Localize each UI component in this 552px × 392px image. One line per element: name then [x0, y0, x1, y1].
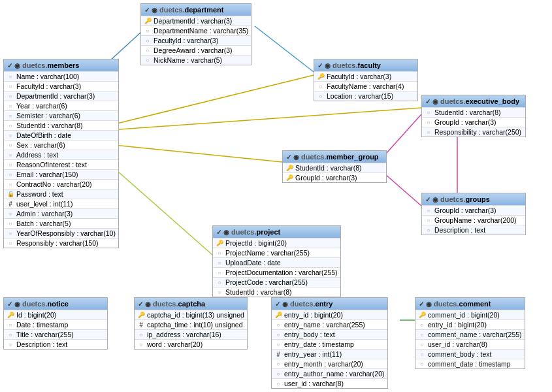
field-text: entry_id : bigint(20) — [428, 321, 487, 329]
field-text: FacultyId : varchar(3) — [327, 73, 391, 80]
field-text: Address : text — [16, 151, 58, 159]
table-row: 🔑Id : bigint(20) — [4, 310, 107, 319]
circle-icon: ○ — [7, 321, 14, 329]
check-icon: ✓ — [425, 98, 430, 105]
field-text: DepartmentName : varchar(35) — [154, 27, 248, 35]
table-title-department: duetcs.department — [159, 6, 223, 14]
circle-icon: ○ — [418, 340, 426, 348]
table-row: 🔑DepartmentId : varchar(3) — [141, 16, 251, 25]
table-header-notice: ✓◉duetcs.notice — [4, 298, 107, 310]
circle-icon: ◉ — [14, 301, 20, 308]
circle-icon: ○ — [7, 82, 14, 90]
table-header-entry: ✓◉duetcs.entry — [272, 298, 387, 310]
field-text: entry_body : text — [284, 331, 335, 338]
circle-icon: ○ — [274, 321, 282, 329]
table-row: ○user_id : varchar(8) — [272, 378, 387, 388]
field-text: ip_address : varchar(16) — [147, 331, 221, 338]
circle-icon: ○ — [7, 122, 14, 129]
circle-icon: ◉ — [325, 62, 331, 69]
table-row: ○DepartmentId : varchar(3) — [4, 91, 118, 101]
field-text: entry_date : timestamp — [284, 340, 354, 348]
circle-icon: ○ — [425, 226, 432, 234]
field-text: ContractNo : varchar(20) — [16, 180, 92, 188]
table-row: ○FacultyId : varchar(3) — [4, 81, 118, 91]
table-row: ○Name : varchar(100) — [4, 71, 118, 81]
table-row: ○GroupName : varchar(200) — [422, 215, 525, 225]
circle-icon: ◉ — [152, 7, 157, 14]
circle-icon: ◉ — [432, 98, 438, 105]
table-row: 🔑StudentId : varchar(8) — [283, 163, 386, 172]
circle-icon: ○ — [7, 161, 14, 169]
table-row: ○Responsibility : varchar(250) — [422, 127, 525, 137]
check-icon: ✓ — [7, 301, 12, 308]
table-title-member_group: duetcs.member_group — [301, 153, 379, 161]
table-row: ○Admin : varchar(3) — [4, 208, 118, 218]
key-icon: 🔑 — [137, 311, 145, 319]
check-icon: ✓ — [425, 196, 430, 203]
field-text: Title : varchar(255) — [16, 331, 74, 338]
table-row: ○Date : timestamp — [4, 319, 107, 329]
circle-icon: ○ — [7, 102, 14, 110]
field-text: Date : timestamp — [16, 321, 68, 329]
check-icon: ✓ — [7, 62, 12, 69]
circle-icon: ○ — [274, 331, 282, 338]
table-row: #captcha_time : int(10) unsigned — [135, 319, 247, 329]
field-text: Password : text — [16, 190, 63, 198]
table-header-groups: ✓◉duetcs.groups — [422, 193, 525, 205]
field-text: entry_author_name : varchar(20) — [284, 370, 385, 378]
circle-icon: ○ — [7, 73, 14, 80]
table-groups: ✓◉duetcs.groups○GroupId : varchar(3)○Gro… — [421, 193, 526, 235]
circle-icon: ○ — [418, 350, 426, 358]
circle-icon: ○ — [7, 171, 14, 178]
field-text: StudentId : varchar(8) — [434, 108, 501, 116]
field-text: Year : varchar(6) — [16, 102, 67, 110]
table-row: ○entry_author_name : varchar(20) — [272, 368, 387, 378]
circle-icon: ○ — [7, 340, 14, 348]
table-row: ○Description : text — [4, 339, 107, 349]
circle-icon: ○ — [137, 331, 145, 338]
table-row: ○ProjectName : varchar(255) — [213, 248, 340, 257]
field-text: FacultyName : varchar(4) — [327, 82, 404, 90]
table-title-members: duetcs.members — [22, 61, 79, 69]
svg-line-3 — [101, 144, 282, 162]
hash-icon: # — [274, 350, 282, 358]
field-text: FacultyId : varchar(3) — [16, 82, 81, 90]
circle-icon: ○ — [274, 370, 282, 378]
field-text: GroupId : varchar(3) — [434, 118, 496, 126]
field-text: UploadDate : date — [225, 259, 281, 267]
table-row: ○DegreeAward : varchar(3) — [141, 45, 251, 55]
table-entry: ✓◉duetcs.entry🔑entry_id : bigint(20)○ent… — [271, 297, 388, 389]
table-title-notice: duetcs.notice — [22, 300, 69, 308]
key-icon: 🔑 — [317, 73, 325, 80]
table-row: ○StudentId : varchar(8) — [422, 107, 525, 117]
table-row: ○ProjectCode : varchar(255) — [213, 277, 340, 287]
table-row: ○UploadDate : date — [213, 257, 340, 267]
table-header-project: ✓◉duetcs.project — [213, 226, 340, 238]
field-text: comment_body : text — [428, 350, 491, 358]
svg-line-0 — [255, 26, 314, 72]
table-row: ○GroupId : varchar(3) — [422, 205, 525, 215]
field-text: user_level : int(11) — [16, 200, 73, 208]
field-text: ProjectCode : varchar(255) — [225, 278, 308, 286]
field-text: ProjectName : varchar(255) — [225, 249, 310, 257]
circle-icon: ○ — [216, 249, 223, 257]
table-row: ○Batch : varchar(5) — [4, 218, 118, 228]
table-row: ○FacultyId : varchar(3) — [141, 35, 251, 45]
table-row: ○DepartmentName : varchar(35) — [141, 25, 251, 35]
field-text: user_id : varchar(8) — [428, 340, 487, 348]
key-icon: 🔑 — [285, 164, 293, 172]
table-row: 🔑captcha_id : bigint(13) unsigned — [135, 310, 247, 319]
field-text: captcha_id : bigint(13) unsigned — [147, 311, 244, 319]
key-icon: 🔑 — [216, 239, 223, 247]
field-text: GroupId : varchar(3) — [434, 206, 496, 214]
field-text: Responsibility : varchar(250) — [434, 128, 521, 136]
hash-icon: # — [7, 200, 14, 208]
check-icon: ✓ — [317, 62, 323, 69]
field-text: Description : text — [16, 340, 67, 348]
table-row: 🔑GroupId : varchar(3) — [283, 172, 386, 182]
table-title-executive_body: duetcs.executive_body — [440, 97, 519, 105]
table-row: ○Responsibly : varchar(150) — [4, 238, 118, 248]
circle-icon: ○ — [274, 340, 282, 348]
table-row: ○StudentId : varchar(8) — [4, 120, 118, 130]
field-text: StudentId : varchar(8) — [225, 288, 292, 296]
